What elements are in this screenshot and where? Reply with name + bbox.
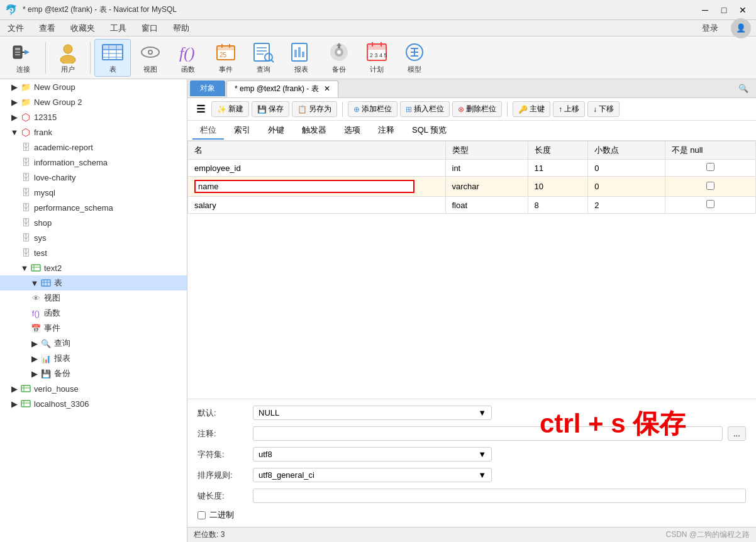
add-col-button[interactable]: ⊕ 添加栏位 <box>348 101 397 117</box>
menu-view[interactable]: 查看 <box>36 21 58 35</box>
tool-report[interactable]: 报表 <box>283 39 320 77</box>
new-button[interactable]: ✨ 新建 <box>211 101 249 117</box>
menu-file[interactable]: 文件 <box>5 21 26 35</box>
tool-schedule[interactable]: 2 3 4 5 计划 <box>359 39 395 77</box>
comment-input[interactable] <box>253 426 723 441</box>
default-select[interactable]: NULL ▼ <box>253 406 492 420</box>
sidebar-item-events[interactable]: 📅 事件 <box>0 321 187 336</box>
row3-notnull[interactable] <box>665 197 755 214</box>
svg-text:2 3 4 5: 2 3 4 5 <box>370 52 387 58</box>
row1-length[interactable]: 11 <box>528 160 588 177</box>
tool-model[interactable]: 模型 <box>396 39 433 77</box>
svg-point-6 <box>64 45 72 53</box>
menu-window[interactable]: 窗口 <box>139 21 160 35</box>
row2-decimal[interactable]: 0 <box>588 177 665 197</box>
table-row[interactable]: salary float 8 2 <box>188 197 756 214</box>
tab-emp-table[interactable]: * emp @text2 (frank) - 表 ✕ <box>226 80 338 97</box>
sidebar-item-sys[interactable]: 🗄 sys <box>0 230 187 245</box>
move-up-button[interactable]: ↑ 上移 <box>553 101 585 117</box>
sidebar-item-text2[interactable]: ▼ text2 <box>0 260 187 275</box>
subtab-triggers[interactable]: 触发器 <box>294 122 334 140</box>
sidebar-item-new-group-1[interactable]: ▶ 📁 New Group <box>0 79 187 94</box>
tool-query[interactable]: 查询 <box>245 39 282 77</box>
subtab-foreign-keys[interactable]: 外键 <box>260 122 292 140</box>
row2-notnull[interactable] <box>665 177 755 197</box>
sidebar-item-localhost[interactable]: ▶ localhost_3306 <box>0 396 187 411</box>
save-as-button[interactable]: 📋 另存为 <box>292 101 337 117</box>
tool-table[interactable]: 表 <box>94 39 131 77</box>
db-item-icon-3: 🗄 <box>20 172 31 183</box>
comment-extra-button[interactable]: ... <box>728 426 746 441</box>
keylength-input[interactable] <box>253 489 746 503</box>
sidebar-item-new-group-2[interactable]: ▶ 📁 New Group 2 <box>0 94 187 109</box>
menu-help[interactable]: 帮助 <box>170 21 192 35</box>
tool-event[interactable]: 25 事件 <box>208 39 244 77</box>
sidebar-item-12315[interactable]: ▶ ⬡ 12315 <box>0 109 187 124</box>
hamburger-button[interactable]: ☰ <box>192 101 209 117</box>
close-button[interactable]: ✕ <box>735 4 751 16</box>
tool-backup[interactable]: 备份 <box>321 39 357 77</box>
row2-length[interactable]: 10 <box>528 177 588 197</box>
menu-favorites[interactable]: 收藏夹 <box>68 21 97 35</box>
sidebar-item-backups[interactable]: ▶ 💾 备份 <box>0 366 187 381</box>
sidebar-item-tables[interactable]: ▼ 表 <box>0 275 187 290</box>
tool-user[interactable]: 用户 <box>50 39 86 77</box>
row1-name[interactable]: employee_id <box>188 160 446 177</box>
login-button[interactable]: 登录 <box>699 21 721 35</box>
subtab-comment[interactable]: 注释 <box>370 122 402 140</box>
charset-select[interactable]: utf8 ▼ <box>253 447 492 462</box>
row2-name-cell[interactable] <box>188 177 446 197</box>
subtab-sql-preview[interactable]: SQL 预览 <box>404 122 454 140</box>
collation-select[interactable]: utf8_general_ci ▼ <box>253 468 492 482</box>
event-nav-icon: 📅 <box>30 323 42 334</box>
tool-func[interactable]: f() 函数 <box>170 39 206 77</box>
tool-view[interactable]: 视图 <box>132 39 169 77</box>
tool-connect[interactable]: 连接 <box>5 39 42 77</box>
table-row[interactable]: employee_id int 11 0 <box>188 160 756 177</box>
maximize-button[interactable]: □ <box>716 4 732 16</box>
svg-rect-14 <box>103 45 123 50</box>
row2-notnull-check[interactable] <box>706 182 714 190</box>
insert-col-button[interactable]: ⊞ 插入栏位 <box>400 101 450 117</box>
tab-close-icon[interactable]: ✕ <box>324 84 330 93</box>
row3-length[interactable]: 8 <box>528 197 588 214</box>
row3-notnull-check[interactable] <box>706 200 714 208</box>
sidebar-item-reports[interactable]: ▶ 📊 报表 <box>0 351 187 366</box>
new-group-1-label: New Group <box>34 82 75 92</box>
menu-tools[interactable]: 工具 <box>108 21 129 35</box>
sidebar-item-perf-schema[interactable]: 🗄 performance_schema <box>0 200 187 215</box>
sidebar-item-shop[interactable]: 🗄 shop <box>0 215 187 230</box>
sidebar-item-academic[interactable]: 🗄 academic-report <box>0 140 187 155</box>
sidebar-item-info-schema[interactable]: 🗄 information_schema <box>0 155 187 170</box>
subtab-columns[interactable]: 栏位 <box>192 122 224 140</box>
row1-notnull-check[interactable] <box>706 163 714 171</box>
subtab-options[interactable]: 选项 <box>336 122 368 140</box>
row2-name-input[interactable] <box>194 180 414 193</box>
delete-col-button[interactable]: ⊗ 删除栏位 <box>452 101 502 117</box>
minimize-button[interactable]: ─ <box>697 4 713 16</box>
row3-name[interactable]: salary <box>188 197 446 214</box>
sidebar-item-verio[interactable]: ▶ verio_house <box>0 381 187 396</box>
tab-objects[interactable]: 对象 <box>190 80 225 96</box>
sidebar-item-functions[interactable]: f() 函数 <box>0 306 187 321</box>
row3-decimal[interactable]: 2 <box>588 197 665 214</box>
row2-type[interactable]: varchar <box>445 177 528 197</box>
sidebar-item-views[interactable]: 👁 视图 <box>0 290 187 306</box>
table-row-editing[interactable]: varchar 10 0 <box>188 177 756 197</box>
move-down-button[interactable]: ↓ 下移 <box>587 101 620 117</box>
save-button[interactable]: 💾 保存 <box>252 101 289 117</box>
toolbar: 连接 用户 表 <box>0 36 756 79</box>
sidebar-item-mysql[interactable]: 🗄 mysql <box>0 185 187 200</box>
sidebar-item-test[interactable]: 🗄 test <box>0 245 187 260</box>
sidebar-item-frank[interactable]: ▼ ⬡ frank <box>0 124 187 140</box>
row1-type[interactable]: int <box>445 160 528 177</box>
sidebar-item-queries[interactable]: ▶ 🔍 查询 <box>0 336 187 351</box>
row1-decimal[interactable]: 0 <box>588 160 665 177</box>
sidebar-item-love-charity[interactable]: 🗄 love-charity <box>0 170 187 185</box>
row1-notnull[interactable] <box>665 160 755 177</box>
row3-type[interactable]: float <box>445 197 528 214</box>
subtab-indexes[interactable]: 索引 <box>226 122 258 140</box>
tab-search-button[interactable]: 🔍 <box>733 81 753 96</box>
primary-key-button[interactable]: 🔑 主键 <box>513 101 550 117</box>
binary-checkbox[interactable] <box>197 511 206 519</box>
